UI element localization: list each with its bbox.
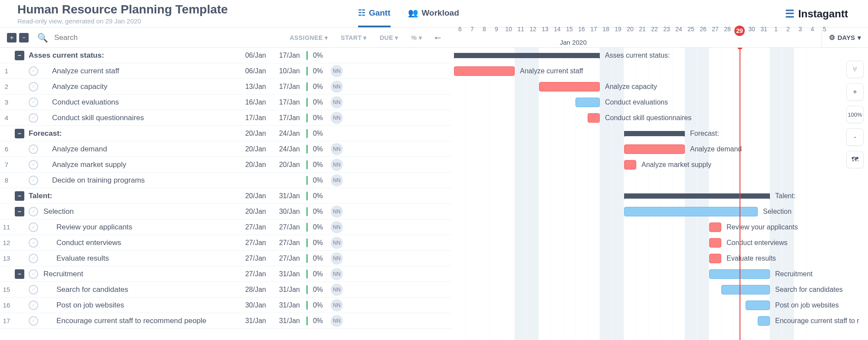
- timeline-day[interactable]: 18: [600, 26, 612, 36]
- timeline-day[interactable]: 9: [490, 26, 503, 36]
- gantt-group-bar[interactable]: [624, 131, 685, 136]
- gantt-bar[interactable]: [709, 238, 721, 248]
- check-icon[interactable]: ✓: [29, 269, 38, 279]
- check-icon[interactable]: ✓: [29, 98, 38, 107]
- gantt-bar[interactable]: [709, 222, 721, 232]
- check-icon[interactable]: ✓: [29, 144, 38, 154]
- assignee-avatar[interactable]: NN: [331, 299, 343, 311]
- gantt-bar[interactable]: [454, 66, 515, 76]
- timeline-day[interactable]: 4: [806, 26, 819, 36]
- gantt-group-bar[interactable]: [624, 193, 770, 199]
- task-row[interactable]: 17✓Encourage current staff to recommend …: [0, 313, 451, 329]
- task-name[interactable]: Analyze market supply: [43, 160, 239, 169]
- timeline-day[interactable]: 11: [515, 26, 527, 36]
- task-row[interactable]: 8✓Decide on training programs0%NN: [0, 173, 451, 188]
- timeline-day[interactable]: 26: [697, 26, 709, 36]
- assignee-avatar[interactable]: NN: [331, 252, 343, 265]
- timeline-day-today[interactable]: 29: [734, 26, 745, 36]
- collapse-button[interactable]: －: [15, 269, 24, 279]
- gantt-bar[interactable]: [588, 113, 600, 123]
- task-name[interactable]: Forecast:: [29, 129, 239, 138]
- task-row[interactable]: 6✓Analyze demand20/Jan24/Jan0%NN: [0, 141, 451, 157]
- task-row[interactable]: 4✓Conduct skill questionnaires17/Jan17/J…: [0, 110, 451, 126]
- check-icon[interactable]: ✓: [29, 160, 38, 170]
- timeline-day[interactable]: 3: [794, 26, 806, 36]
- scroll-left-button[interactable]: ←: [433, 32, 443, 43]
- task-name[interactable]: Decide on training programs: [43, 176, 239, 185]
- assignee-avatar[interactable]: NN: [331, 143, 343, 155]
- task-name[interactable]: Review your applicants: [43, 223, 239, 232]
- check-icon[interactable]: ✓: [29, 207, 38, 216]
- task-row[interactable]: 2✓Analyze capacity13/Jan17/Jan0%NN: [0, 79, 451, 95]
- gantt-bar[interactable]: [624, 207, 758, 216]
- column-due[interactable]: DUE▾: [380, 34, 398, 41]
- assignee-avatar[interactable]: NN: [331, 159, 343, 171]
- gantt-bar[interactable]: [721, 285, 770, 294]
- gantt-bar[interactable]: [624, 144, 685, 154]
- task-row[interactable]: 12✓Conduct enterviews27/Jan27/Jan0%NN: [0, 235, 451, 251]
- task-row[interactable]: 7✓Analyze market supply20/Jan20/Jan0%NN: [0, 157, 451, 173]
- brand-logo[interactable]: ☰ Instagantt: [785, 8, 861, 20]
- task-name[interactable]: Recruitment: [43, 270, 239, 278]
- collapse-button[interactable]: －: [15, 191, 24, 201]
- timeline-day[interactable]: 5: [819, 26, 831, 36]
- task-row[interactable]: 15✓Search for candidates28/Jan31/Jan0%NN: [0, 282, 451, 298]
- timeline-day[interactable]: 7: [466, 26, 478, 36]
- check-icon[interactable]: ✓: [29, 113, 38, 123]
- timeline-day[interactable]: 15: [563, 26, 575, 36]
- task-name[interactable]: Selection: [43, 207, 239, 216]
- check-icon[interactable]: ✓: [29, 285, 38, 294]
- zoom-out-button[interactable]: -: [846, 128, 864, 146]
- timeline-day[interactable]: 27: [709, 26, 721, 36]
- timeline-day[interactable]: 21: [636, 26, 648, 36]
- task-row[interactable]: 3✓Conduct evaluations16/Jan17/Jan0%NN: [0, 95, 451, 110]
- timeline-day[interactable]: 2: [782, 26, 794, 36]
- check-icon[interactable]: ✓: [29, 222, 38, 232]
- gantt-bar[interactable]: [758, 316, 770, 326]
- collapse-all-button[interactable]: －: [19, 33, 29, 42]
- assignee-avatar[interactable]: NN: [331, 221, 343, 233]
- timeline-day[interactable]: 17: [588, 26, 600, 36]
- task-row[interactable]: 13✓Evaluate results27/Jan27/Jan0%NN: [0, 251, 451, 266]
- zoom-in-button[interactable]: +: [846, 83, 864, 101]
- timeline-day[interactable]: 1: [770, 26, 782, 36]
- timeline-day[interactable]: 30: [746, 26, 758, 36]
- collapse-button[interactable]: －: [15, 51, 24, 60]
- task-row[interactable]: 16✓Post on job websites30/Jan31/Jan0%NN: [0, 298, 451, 313]
- task-row[interactable]: －✓Recruitment27/Jan31/Jan0%NN: [0, 266, 451, 282]
- collapse-button[interactable]: －: [15, 207, 24, 216]
- timeline-day[interactable]: 22: [648, 26, 661, 36]
- timeline-day[interactable]: 14: [551, 26, 563, 36]
- task-name[interactable]: Asses current status:: [29, 51, 239, 60]
- gantt-chart-panel[interactable]: Asses current status:Analyze current sta…: [451, 48, 868, 340]
- task-name[interactable]: Conduct skill questionnaires: [43, 114, 239, 122]
- gantt-bar[interactable]: [539, 82, 600, 92]
- expand-all-button[interactable]: ＋: [7, 33, 16, 42]
- task-name[interactable]: Analyze demand: [43, 145, 239, 154]
- gantt-bar[interactable]: [746, 301, 770, 310]
- timeline-day[interactable]: 12: [527, 26, 539, 36]
- assignee-avatar[interactable]: NN: [331, 81, 343, 93]
- check-icon[interactable]: ✓: [29, 176, 38, 185]
- timeline-day[interactable]: 24: [673, 26, 685, 36]
- check-icon[interactable]: ✓: [29, 254, 38, 263]
- task-name[interactable]: Evaluate results: [43, 254, 239, 263]
- task-row[interactable]: 11✓Review your applicants27/Jan27/Jan0%N…: [0, 219, 451, 235]
- task-name[interactable]: Post on job websites: [43, 301, 239, 310]
- timeline-day[interactable]: 6: [454, 26, 466, 36]
- gantt-group-bar[interactable]: [454, 53, 600, 58]
- timeline-day[interactable]: 10: [503, 26, 515, 36]
- timeline-day[interactable]: 23: [661, 26, 673, 36]
- task-name[interactable]: Conduct enterviews: [43, 239, 239, 247]
- timeline-day[interactable]: 13: [539, 26, 551, 36]
- assignee-avatar[interactable]: NN: [331, 65, 343, 77]
- collapse-button[interactable]: －: [15, 129, 24, 138]
- assignee-avatar[interactable]: NN: [331, 112, 343, 124]
- task-name[interactable]: Search for candidates: [43, 285, 239, 294]
- timeline-day[interactable]: 25: [685, 26, 697, 36]
- task-name[interactable]: Analyze capacity: [43, 82, 239, 91]
- check-icon[interactable]: ✓: [29, 238, 38, 248]
- task-name[interactable]: Conduct evaluations: [43, 98, 239, 107]
- zoom-level[interactable]: 100%: [846, 106, 864, 123]
- assignee-avatar[interactable]: NN: [331, 206, 343, 218]
